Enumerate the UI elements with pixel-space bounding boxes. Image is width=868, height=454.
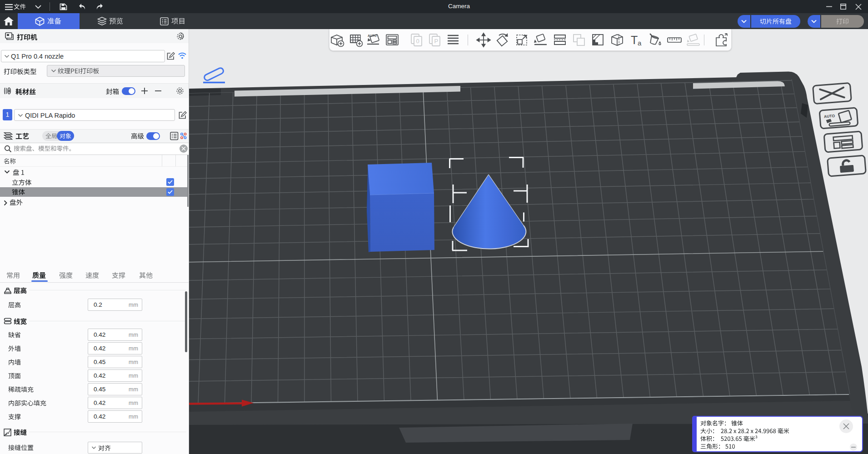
svg-text:T: T (631, 34, 638, 46)
svg-text:0: 0 (416, 38, 419, 45)
svg-text:P: P (434, 38, 439, 45)
svg-text:a: a (638, 39, 642, 47)
svg-text:AUTO: AUTO (824, 114, 835, 119)
